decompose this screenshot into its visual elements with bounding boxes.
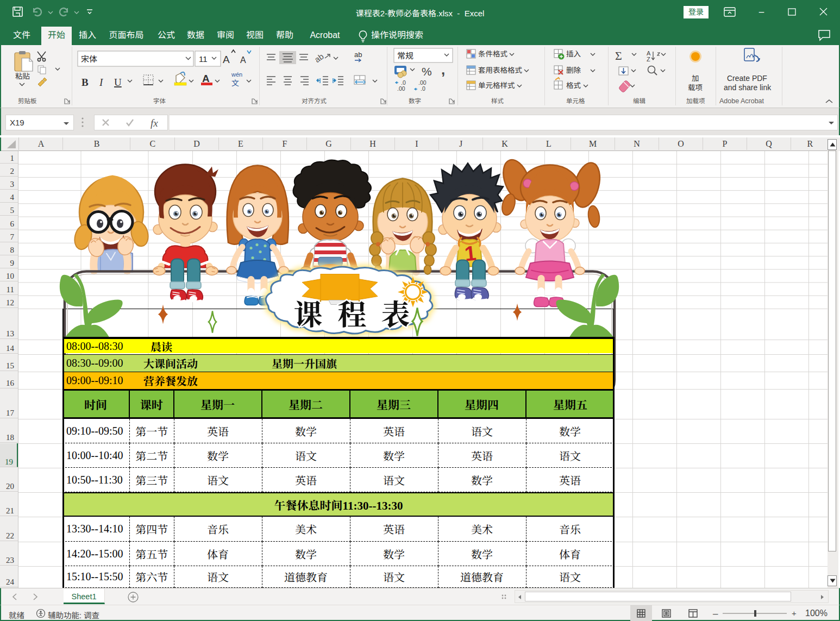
svg-text:数字: 数字	[409, 98, 421, 104]
svg-text:格式: 格式	[566, 81, 581, 90]
svg-text:载项: 载项	[688, 84, 703, 92]
svg-text:Adobe Acrobat: Adobe Acrobat	[719, 97, 764, 105]
svg-text:.0: .0	[421, 85, 425, 92]
svg-text:单元格样式: 单元格样式	[478, 81, 515, 90]
svg-text:程: 程	[338, 291, 367, 333]
svg-text:A: A	[223, 54, 230, 65]
svg-text:11: 11	[199, 54, 208, 64]
svg-text:Σ: Σ	[615, 49, 622, 62]
svg-text:剪贴板: 剪贴板	[18, 98, 37, 104]
svg-text:常规: 常规	[397, 51, 413, 60]
svg-text:课: 课	[294, 291, 323, 333]
svg-text:文: 文	[231, 79, 239, 87]
svg-text:wén: wén	[231, 71, 242, 78]
svg-text:单元格: 单元格	[566, 98, 585, 104]
svg-text:B: B	[82, 77, 89, 88]
svg-text:U: U	[114, 77, 122, 88]
svg-text:and share link: and share link	[724, 83, 772, 92]
svg-text:ab: ab	[354, 51, 362, 59]
svg-text:,: ,	[441, 61, 445, 78]
svg-text:A: A	[240, 55, 246, 65]
svg-text:粘贴: 粘贴	[15, 72, 30, 80]
svg-text:Z: Z	[647, 56, 650, 62]
svg-text:编辑: 编辑	[633, 98, 645, 104]
svg-text:字体: 字体	[153, 98, 166, 104]
svg-text:套用表格格式: 套用表格格式	[478, 66, 522, 74]
svg-text:Create PDF: Create PDF	[727, 74, 767, 83]
svg-text:插入: 插入	[566, 50, 581, 58]
svg-text:宋体: 宋体	[81, 54, 97, 64]
svg-text:删除: 删除	[566, 66, 581, 74]
svg-text:I: I	[99, 77, 104, 88]
svg-text:ab: ab	[312, 52, 325, 64]
svg-text:样式: 样式	[491, 98, 504, 104]
svg-text:%: %	[422, 65, 432, 78]
svg-text:加: 加	[692, 74, 699, 83]
svg-text:条件格式: 条件格式	[478, 50, 507, 58]
svg-text:fx: fx	[151, 117, 158, 129]
svg-text:加载项: 加载项	[686, 98, 705, 104]
svg-text:对齐方式: 对齐方式	[302, 98, 327, 104]
svg-text:A: A	[202, 73, 210, 84]
svg-text:.00: .00	[397, 85, 405, 92]
svg-text:表: 表	[381, 291, 410, 333]
